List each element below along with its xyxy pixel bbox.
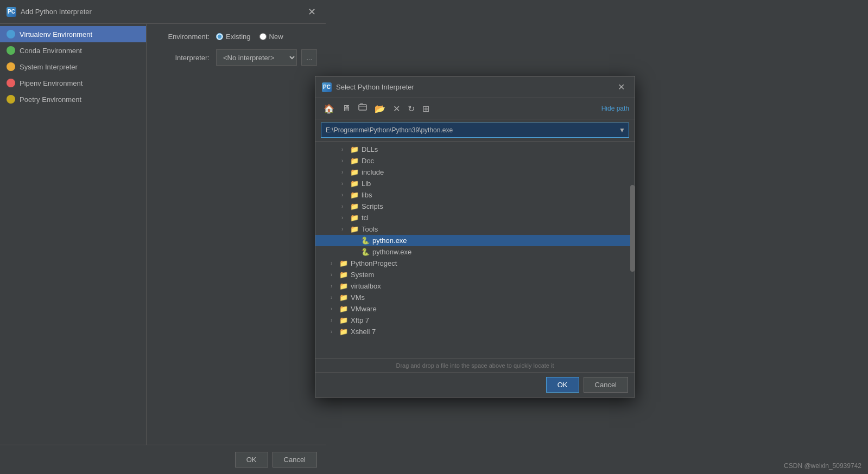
scrollbar-track[interactable]: [630, 142, 635, 358]
close-button-main[interactable]: ✕: [305, 5, 319, 19]
path-dropdown-button[interactable]: ▼: [616, 124, 629, 136]
tree-item-label: Doc: [362, 157, 374, 165]
tree-item[interactable]: 🐍 python.exe: [315, 235, 635, 246]
toolbar-expand-button[interactable]: 📂: [372, 102, 388, 116]
tree-item[interactable]: ›📁 virtualbox: [315, 280, 635, 292]
tree-item[interactable]: ›📁 tcl: [315, 212, 635, 223]
title-bar: PC Add Python Interpreter ✕: [0, 0, 326, 24]
tree-item[interactable]: ›📁 Xftp 7: [315, 315, 635, 326]
chevron-icon: ›: [341, 146, 350, 152]
tree-item[interactable]: ›📁 Scripts: [315, 201, 635, 212]
main-dialog: PC Add Python Interpreter ✕ Virtualenv E…: [0, 0, 326, 474]
folder-icon: 📁: [339, 316, 348, 324]
tree-item-label: Tools: [362, 225, 378, 233]
browse-button[interactable]: ...: [301, 49, 317, 66]
chevron-icon: ›: [341, 181, 350, 187]
tree-item-label: Xftp 7: [351, 316, 369, 324]
scrollbar-thumb[interactable]: [630, 185, 635, 272]
hide-path-link[interactable]: Hide path: [601, 105, 629, 112]
sidebar-item-conda[interactable]: Conda Environment: [0, 42, 146, 59]
tree-item-label: libs: [362, 191, 372, 199]
tree-item[interactable]: ›📁 Xshell 7: [315, 326, 635, 337]
tree-item-label: PythonProgect: [351, 259, 397, 267]
sidebar-item-virtualenv[interactable]: Virtualenv Environment: [0, 26, 146, 42]
file-dialog-buttons: OK Cancel: [315, 372, 635, 397]
sidebar: Virtualenv Environment Conda Environment…: [0, 24, 147, 445]
sidebar-item-poetry[interactable]: Poetry Environment: [0, 91, 146, 107]
path-input[interactable]: [321, 124, 616, 136]
svg-rect-0: [359, 105, 366, 110]
chevron-icon: ›: [341, 203, 350, 209]
main-content: Virtualenv Environment Conda Environment…: [0, 24, 326, 445]
cancel-button[interactable]: Cancel: [273, 452, 317, 467]
tree-item[interactable]: ›📁 include: [315, 166, 635, 178]
tree-item[interactable]: ›📁 VMs: [315, 292, 635, 303]
chevron-icon: ›: [331, 260, 339, 266]
right-panel: Environment: Existing New Interpreter:: [147, 24, 326, 445]
tree-item[interactable]: ›📁 PythonProgect: [315, 258, 635, 269]
app-logo: PC: [7, 7, 16, 17]
pipenv-icon: [7, 79, 15, 87]
drag-hint: Drag and drop a file into the space abov…: [315, 358, 635, 372]
file-icon: 🐍: [361, 236, 370, 245]
chevron-icon: ›: [341, 169, 350, 175]
tree-item[interactable]: 🐍 pythonw.exe: [315, 246, 635, 258]
tree-item[interactable]: ›📁 VMware: [315, 303, 635, 315]
file-dialog-title-text: Select Python Interpreter: [336, 83, 414, 91]
interpreter-selector: <No interpreter> ...: [216, 49, 317, 66]
radio-existing[interactable]: Existing: [216, 33, 251, 41]
interpreter-dropdown[interactable]: <No interpreter>: [216, 49, 297, 66]
interpreter-row: Interpreter: <No interpreter> ...: [155, 49, 317, 66]
ok-button[interactable]: OK: [235, 452, 268, 467]
folder-icon: 📁: [350, 214, 359, 222]
conda-icon: [7, 46, 15, 55]
sidebar-label-conda: Conda Environment: [20, 47, 82, 55]
poetry-icon: [7, 95, 15, 104]
tree-item-label: Scripts: [362, 202, 383, 210]
path-input-wrapper: ▼: [321, 123, 629, 138]
watermark: CSDN @weixin_50939742: [784, 462, 861, 470]
tree-item[interactable]: ›📁 System: [315, 269, 635, 280]
chevron-icon: ›: [341, 158, 350, 164]
tree-item-label: DLLs: [362, 145, 378, 153]
toolbar-copy-button[interactable]: ⊞: [420, 102, 432, 116]
file-tree: ›📁 DLLs›📁 Doc›📁 include›📁 Lib›📁 libs›📁 S…: [315, 142, 635, 358]
radio-existing-input[interactable]: [216, 33, 223, 40]
interpreter-label: Interpreter:: [155, 54, 210, 62]
file-dialog-ok-button[interactable]: OK: [546, 377, 579, 393]
folder-icon: 📁: [350, 180, 359, 188]
system-icon: [7, 62, 15, 71]
toolbar-new-folder-button[interactable]: [356, 101, 370, 116]
toolbar-home-button[interactable]: 🏠: [321, 102, 337, 116]
sidebar-item-pipenv[interactable]: Pipenv Environment: [0, 75, 146, 91]
radio-new-input[interactable]: [259, 33, 267, 40]
chevron-icon: ›: [341, 192, 350, 198]
radio-new[interactable]: New: [259, 33, 283, 41]
tree-item-label: virtualbox: [351, 282, 381, 290]
file-dialog-close-button[interactable]: ✕: [614, 81, 628, 93]
sidebar-item-system[interactable]: System Interpreter: [0, 59, 146, 75]
chevron-icon: ›: [331, 283, 339, 289]
toolbar-refresh-button[interactable]: ↻: [405, 102, 417, 116]
tree-item[interactable]: ›📁 Doc: [315, 155, 635, 166]
sidebar-label-pipenv: Pipenv Environment: [20, 79, 83, 87]
file-dialog-cancel-button[interactable]: Cancel: [584, 377, 628, 393]
title-left: PC Add Python Interpreter: [7, 7, 92, 17]
chevron-icon: ›: [341, 226, 350, 232]
tree-item[interactable]: ›📁 DLLs: [315, 144, 635, 155]
tree-item[interactable]: ›📁 libs: [315, 189, 635, 201]
folder-icon: 📁: [339, 305, 348, 313]
file-dialog-logo: PC: [322, 82, 332, 92]
folder-icon: 📁: [350, 145, 359, 153]
toolbar-delete-button[interactable]: ✕: [390, 102, 403, 116]
chevron-icon: ›: [331, 329, 339, 335]
virtualenv-icon: [7, 30, 15, 39]
toolbar-desktop-button[interactable]: 🖥: [339, 102, 353, 115]
tree-item[interactable]: ›📁 Lib: [315, 178, 635, 189]
folder-icon: 📁: [339, 271, 348, 279]
radio-new-label: New: [269, 33, 283, 41]
radio-existing-label: Existing: [226, 33, 251, 41]
environment-row: Environment: Existing New: [155, 33, 317, 41]
tree-item[interactable]: ›📁 Tools: [315, 223, 635, 235]
file-icon: 🐍: [361, 248, 370, 256]
